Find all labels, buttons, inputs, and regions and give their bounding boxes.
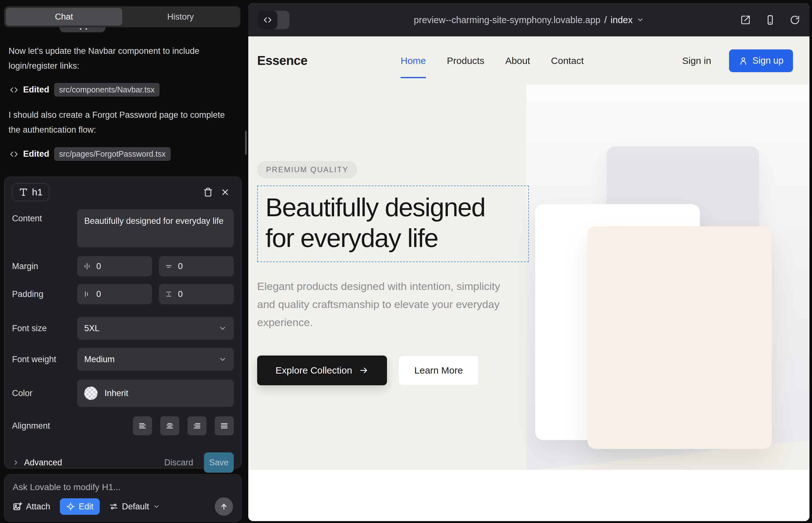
type-icon: [19, 187, 28, 197]
scrolled-chip-partial: [59, 26, 105, 32]
chevron-down-icon: [636, 16, 644, 24]
chat-message: Now let's update the Navbar component to…: [8, 44, 235, 73]
delete-element-button[interactable]: [199, 184, 217, 201]
chat-input-box[interactable]: Ask Lovable to modify H1... Attach Edit: [4, 474, 242, 522]
align-left-icon: [138, 421, 147, 430]
editor-panel-header: h1: [12, 183, 234, 201]
padding-horizontal-value: 0: [96, 289, 101, 299]
align-center-button[interactable]: [160, 416, 179, 435]
advanced-toggle[interactable]: Advanced: [12, 458, 62, 468]
margin-row: Margin 0 0: [12, 256, 234, 276]
code-preview-toggle[interactable]: [258, 11, 289, 29]
hero-badge: PREMIUM QUALITY: [257, 161, 357, 179]
align-justify-button[interactable]: [215, 416, 234, 435]
url-bar[interactable]: preview--charming-site-symphony.lovable.…: [414, 15, 644, 25]
url-domain: preview--charming-site-symphony.lovable.…: [414, 15, 600, 25]
color-row: Color Inherit: [12, 380, 234, 407]
content-label: Content: [12, 214, 77, 223]
url-page: index: [611, 15, 632, 25]
margin-horizontal-icon: [83, 262, 91, 270]
attach-button[interactable]: Attach: [13, 502, 50, 511]
edit-mode-button[interactable]: Edit: [60, 498, 100, 515]
tab-history[interactable]: History: [122, 8, 239, 26]
user-icon: [739, 56, 748, 66]
element-editor-panel: h1 Content Beautifully designed for ever…: [4, 177, 242, 469]
element-tag-label: h1: [32, 187, 42, 198]
nav-link-contact[interactable]: Contact: [551, 55, 584, 66]
editor-panel-footer: Advanced Discard Save: [12, 452, 234, 473]
next-section-background: [248, 470, 810, 521]
edited-file-row: Edited src/pages/ForgotPassword.tsx: [10, 147, 171, 161]
selected-h1-outline[interactable]: Beautifully designed for everyday life: [257, 185, 529, 262]
padding-vertical-input[interactable]: 0: [159, 284, 234, 304]
color-label: Color: [12, 389, 77, 398]
edited-file-chip[interactable]: src/pages/ForgotPassword.tsx: [54, 147, 171, 161]
padding-row: Padding 0 0: [12, 284, 234, 304]
font-size-select[interactable]: 5XL: [77, 317, 234, 340]
default-label: Default: [122, 502, 149, 511]
align-left-button[interactable]: [133, 416, 152, 435]
chevron-down-icon: [153, 503, 160, 510]
selected-element-pill[interactable]: h1: [12, 183, 49, 201]
code-icon: [10, 150, 18, 159]
padding-vertical-value: 0: [178, 289, 183, 299]
trash-icon: [203, 187, 213, 197]
alignment-row: Alignment: [12, 416, 234, 435]
hero-section: PREMIUM QUALITY Beautifully designed for…: [257, 161, 536, 385]
margin-horizontal-input[interactable]: 0: [77, 256, 152, 276]
sidebar-tabbar: Chat History: [4, 6, 240, 27]
browser-toolbar: preview--charming-site-symphony.lovable.…: [248, 3, 810, 36]
sidebar-scrollbar[interactable]: [245, 131, 247, 155]
nav-link-products[interactable]: Products: [447, 55, 484, 66]
code-icon: [258, 11, 278, 29]
margin-label: Margin: [12, 262, 77, 271]
attach-label: Attach: [26, 502, 50, 511]
decor-card-cream: [587, 227, 772, 449]
learn-more-button[interactable]: Learn More: [399, 356, 479, 385]
color-select[interactable]: Inherit: [77, 380, 234, 407]
code-icon: [10, 86, 18, 94]
site-navbar: Essence Home Products About Contact Sign…: [248, 36, 810, 85]
font-weight-value: Medium: [84, 355, 114, 364]
close-panel-button[interactable]: [217, 184, 234, 201]
margin-vertical-value: 0: [178, 262, 183, 271]
discard-button[interactable]: Discard: [164, 458, 193, 468]
margin-vertical-icon: [165, 262, 173, 270]
sign-up-button[interactable]: Sign up: [729, 49, 793, 72]
model-default-select[interactable]: Default: [109, 502, 160, 511]
tab-chat[interactable]: Chat: [6, 8, 122, 26]
nav-link-about[interactable]: About: [505, 55, 530, 66]
margin-horizontal-value: 0: [96, 262, 101, 271]
align-right-button[interactable]: [188, 416, 207, 435]
arrow-right-icon: [359, 366, 369, 375]
hero-heading: Beautifully designed for everyday life: [265, 192, 506, 253]
site-logo[interactable]: Essence: [257, 54, 307, 68]
mobile-view-button[interactable]: [765, 15, 775, 25]
refresh-button[interactable]: [790, 15, 800, 25]
padding-horizontal-input[interactable]: 0: [77, 284, 152, 304]
sliders-icon: [109, 502, 118, 511]
font-weight-label: Font weight: [12, 355, 77, 364]
font-size-label: Font size: [12, 324, 77, 333]
locate-icon: [66, 502, 75, 511]
app-window: Chat History Now let's update the Navbar…: [0, 0, 812, 523]
explore-collection-button[interactable]: Explore Collection: [257, 356, 387, 385]
sign-in-link[interactable]: Sign in: [682, 55, 711, 66]
chat-message: I should also create a Forgot Password p…: [8, 108, 235, 138]
margin-vertical-input[interactable]: 0: [159, 256, 234, 276]
auth-actions: Sign in Sign up: [682, 49, 793, 72]
send-button[interactable]: [215, 497, 233, 516]
open-external-button[interactable]: [740, 15, 751, 25]
font-weight-row: Font weight Medium: [12, 348, 234, 371]
external-link-icon: [740, 15, 751, 25]
font-weight-select[interactable]: Medium: [77, 348, 234, 371]
arrow-up-icon: [219, 502, 228, 511]
content-textarea[interactable]: Beautifully designed for everyday life: [77, 209, 234, 247]
color-value: Inherit: [105, 389, 128, 398]
save-button[interactable]: Save: [204, 452, 234, 473]
hero-paragraph: Elegant products designed with intention…: [257, 277, 520, 331]
edited-file-chip[interactable]: src/components/Navbar.tsx: [54, 83, 160, 96]
edited-file-row: Edited src/components/Navbar.tsx: [10, 83, 160, 96]
chevron-right-icon: [12, 459, 20, 466]
nav-link-home[interactable]: Home: [401, 55, 426, 66]
